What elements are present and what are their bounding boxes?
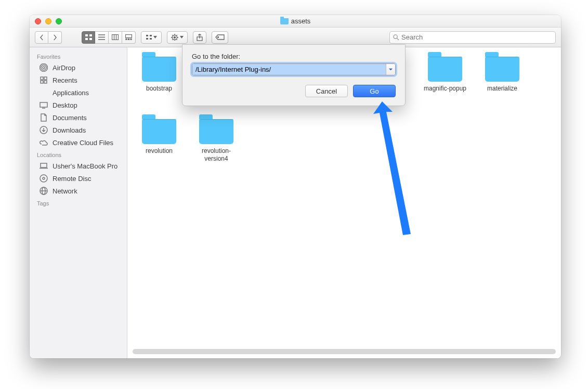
sidebar: Favorites AirDrop Recents Applications D…: [30, 47, 127, 358]
sidebar-item-recents[interactable]: Recents: [30, 74, 127, 86]
svg-line-31: [397, 38, 399, 40]
sidebar-item-network[interactable]: Network: [30, 185, 127, 197]
downloads-icon: [39, 125, 48, 135]
network-icon: [39, 186, 48, 196]
traffic-lights: [35, 18, 62, 24]
share-button-group: [193, 31, 206, 44]
svg-rect-39: [40, 102, 47, 107]
gallery-view-button[interactable]: [122, 31, 136, 44]
file-name: revolution: [146, 147, 173, 155]
sidebar-label: Recents: [53, 76, 77, 84]
dropdown-button[interactable]: [386, 64, 395, 75]
cancel-button[interactable]: Cancel: [305, 85, 348, 97]
sidebar-item-downloads[interactable]: Downloads: [30, 124, 127, 136]
folder-path-input[interactable]: [192, 64, 386, 75]
share-button[interactable]: [193, 31, 206, 44]
tags-header: Tags: [30, 197, 127, 208]
folder-icon: [142, 57, 176, 82]
arrange-button[interactable]: [141, 31, 162, 44]
window-title: assets: [280, 17, 311, 25]
svg-rect-37: [41, 81, 43, 83]
svg-point-44: [40, 175, 47, 182]
folder-icon: [428, 57, 462, 82]
search-input[interactable]: [401, 33, 552, 41]
horizontal-scrollbar[interactable]: [133, 349, 556, 354]
sidebar-label: Desktop: [53, 101, 77, 109]
file-item[interactable]: materialize: [474, 57, 531, 119]
svg-rect-17: [150, 38, 152, 40]
sidebar-item-creative-cloud[interactable]: Creative Cloud Files: [30, 136, 127, 149]
minimize-window-button[interactable]: [45, 18, 51, 24]
sidebar-item-documents[interactable]: Documents: [30, 111, 127, 124]
svg-point-33: [41, 65, 46, 70]
folder-icon: [280, 18, 289, 24]
svg-point-29: [218, 37, 219, 38]
svg-rect-11: [126, 39, 127, 40]
search-field[interactable]: [389, 31, 556, 44]
tags-button[interactable]: [212, 31, 228, 44]
desktop-icon: [39, 100, 48, 110]
file-name: revolution-version4: [190, 147, 242, 163]
svg-rect-15: [150, 35, 152, 36]
dialog-label: Go to the folder:: [192, 53, 396, 60]
icon-view-button[interactable]: [82, 31, 95, 44]
file-item[interactable]: magnific-popup: [416, 57, 474, 119]
dialog-actions: Cancel Go: [192, 85, 396, 97]
sidebar-label: Remote Disc: [53, 175, 91, 183]
column-view-button[interactable]: [109, 31, 122, 44]
folder-path-combo[interactable]: [192, 63, 396, 75]
sidebar-label: Applications: [53, 89, 89, 97]
file-name: bootstrap: [146, 85, 172, 93]
applications-icon: [39, 88, 48, 97]
svg-rect-3: [89, 38, 92, 40]
svg-line-27: [172, 39, 173, 40]
svg-rect-35: [41, 77, 43, 80]
back-button[interactable]: [35, 31, 48, 44]
action-button-group: [167, 31, 188, 44]
file-name: magnific-popup: [424, 85, 466, 93]
window-title-text: assets: [291, 17, 311, 25]
svg-rect-7: [112, 35, 119, 40]
folder-icon: [142, 119, 176, 144]
svg-rect-38: [44, 81, 47, 83]
close-window-button[interactable]: [35, 18, 41, 24]
maximize-window-button[interactable]: [56, 18, 62, 24]
svg-rect-36: [44, 77, 47, 80]
sidebar-label: Downloads: [53, 126, 86, 134]
folder-icon: [199, 119, 233, 144]
svg-line-26: [176, 35, 177, 36]
svg-point-32: [43, 67, 45, 69]
documents-icon: [39, 113, 48, 122]
file-name: materialize: [487, 85, 517, 93]
laptop-icon: [39, 161, 48, 171]
file-item[interactable]: revolution: [130, 119, 188, 181]
sidebar-item-remote-disc[interactable]: Remote Disc: [30, 172, 127, 185]
arrange-button-group: [141, 31, 162, 44]
file-item[interactable]: bootstrap: [130, 57, 188, 119]
airdrop-icon: [39, 63, 48, 72]
list-view-button[interactable]: [95, 31, 109, 44]
tags-button-group: [212, 31, 228, 44]
sidebar-item-macbook[interactable]: Usher's MacBook Pro: [30, 160, 127, 172]
forward-button[interactable]: [48, 31, 62, 44]
svg-rect-16: [146, 38, 148, 40]
file-item[interactable]: revolution-version4: [188, 119, 245, 181]
svg-rect-14: [146, 35, 148, 36]
svg-rect-0: [85, 34, 88, 36]
svg-rect-10: [126, 35, 132, 38]
favorites-header: Favorites: [30, 50, 127, 61]
action-button[interactable]: [167, 31, 188, 44]
sidebar-label: Creative Cloud Files: [53, 139, 113, 147]
sidebar-label: Usher's MacBook Pro: [53, 162, 117, 170]
sidebar-item-desktop[interactable]: Desktop: [30, 99, 127, 111]
view-mode-buttons: [82, 31, 136, 44]
folder-icon: [485, 57, 519, 82]
sidebar-item-applications[interactable]: Applications: [30, 86, 127, 99]
go-to-folder-dialog: Go to the folder: Cancel Go: [182, 44, 406, 106]
svg-point-19: [174, 37, 176, 38]
go-button[interactable]: Go: [353, 85, 396, 97]
recents-icon: [39, 75, 48, 85]
svg-line-25: [176, 39, 177, 40]
svg-rect-1: [89, 34, 92, 36]
sidebar-item-airdrop[interactable]: AirDrop: [30, 61, 127, 74]
